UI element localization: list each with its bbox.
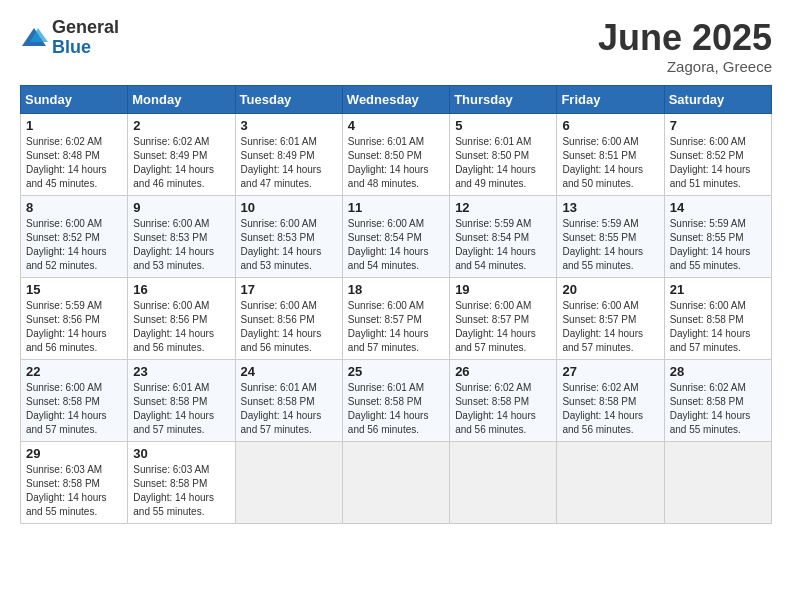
calendar-week-row: 22 Sunrise: 6:00 AMSunset: 8:58 PMDaylig… [21,359,772,441]
table-row: 4 Sunrise: 6:01 AMSunset: 8:50 PMDayligh… [342,113,449,195]
day-number: 20 [562,282,658,297]
day-info: Sunrise: 6:01 AMSunset: 8:49 PMDaylight:… [241,136,322,189]
day-number: 1 [26,118,122,133]
day-info: Sunrise: 6:00 AMSunset: 8:52 PMDaylight:… [670,136,751,189]
location: Zagora, Greece [598,58,772,75]
day-info: Sunrise: 6:01 AMSunset: 8:58 PMDaylight:… [133,382,214,435]
table-row: 20 Sunrise: 6:00 AMSunset: 8:57 PMDaylig… [557,277,664,359]
day-number: 17 [241,282,337,297]
day-info: Sunrise: 6:02 AMSunset: 8:49 PMDaylight:… [133,136,214,189]
logo-blue: Blue [52,38,119,58]
day-info: Sunrise: 5:59 AMSunset: 8:55 PMDaylight:… [670,218,751,271]
day-info: Sunrise: 6:00 AMSunset: 8:54 PMDaylight:… [348,218,429,271]
col-thursday: Thursday [450,85,557,113]
day-number: 15 [26,282,122,297]
table-row: 30 Sunrise: 6:03 AMSunset: 8:58 PMDaylig… [128,441,235,523]
day-number: 9 [133,200,229,215]
day-number: 14 [670,200,766,215]
day-number: 29 [26,446,122,461]
day-number: 26 [455,364,551,379]
day-info: Sunrise: 6:00 AMSunset: 8:56 PMDaylight:… [133,300,214,353]
calendar-week-row: 29 Sunrise: 6:03 AMSunset: 8:58 PMDaylig… [21,441,772,523]
table-row: 25 Sunrise: 6:01 AMSunset: 8:58 PMDaylig… [342,359,449,441]
empty-cell [664,441,771,523]
calendar-week-row: 8 Sunrise: 6:00 AMSunset: 8:52 PMDayligh… [21,195,772,277]
day-info: Sunrise: 5:59 AMSunset: 8:54 PMDaylight:… [455,218,536,271]
day-number: 30 [133,446,229,461]
table-row: 16 Sunrise: 6:00 AMSunset: 8:56 PMDaylig… [128,277,235,359]
day-info: Sunrise: 6:00 AMSunset: 8:57 PMDaylight:… [455,300,536,353]
table-row: 22 Sunrise: 6:00 AMSunset: 8:58 PMDaylig… [21,359,128,441]
day-number: 25 [348,364,444,379]
day-info: Sunrise: 5:59 AMSunset: 8:55 PMDaylight:… [562,218,643,271]
day-info: Sunrise: 6:00 AMSunset: 8:57 PMDaylight:… [348,300,429,353]
table-row: 1 Sunrise: 6:02 AMSunset: 8:48 PMDayligh… [21,113,128,195]
table-row: 2 Sunrise: 6:02 AMSunset: 8:49 PMDayligh… [128,113,235,195]
day-info: Sunrise: 6:02 AMSunset: 8:58 PMDaylight:… [455,382,536,435]
day-number: 24 [241,364,337,379]
month-title: June 2025 [598,18,772,58]
table-row: 18 Sunrise: 6:00 AMSunset: 8:57 PMDaylig… [342,277,449,359]
day-info: Sunrise: 6:00 AMSunset: 8:58 PMDaylight:… [26,382,107,435]
logo-icon [20,24,48,52]
day-info: Sunrise: 6:03 AMSunset: 8:58 PMDaylight:… [133,464,214,517]
day-info: Sunrise: 6:00 AMSunset: 8:56 PMDaylight:… [241,300,322,353]
table-row: 17 Sunrise: 6:00 AMSunset: 8:56 PMDaylig… [235,277,342,359]
col-saturday: Saturday [664,85,771,113]
day-number: 28 [670,364,766,379]
day-info: Sunrise: 6:03 AMSunset: 8:58 PMDaylight:… [26,464,107,517]
day-number: 3 [241,118,337,133]
day-number: 7 [670,118,766,133]
logo: General Blue [20,18,119,58]
title-block: June 2025 Zagora, Greece [598,18,772,75]
empty-cell [235,441,342,523]
day-info: Sunrise: 6:00 AMSunset: 8:51 PMDaylight:… [562,136,643,189]
day-number: 12 [455,200,551,215]
table-row: 13 Sunrise: 5:59 AMSunset: 8:55 PMDaylig… [557,195,664,277]
day-number: 5 [455,118,551,133]
col-sunday: Sunday [21,85,128,113]
col-tuesday: Tuesday [235,85,342,113]
col-wednesday: Wednesday [342,85,449,113]
day-number: 8 [26,200,122,215]
day-info: Sunrise: 6:00 AMSunset: 8:53 PMDaylight:… [241,218,322,271]
day-info: Sunrise: 6:02 AMSunset: 8:58 PMDaylight:… [562,382,643,435]
day-info: Sunrise: 6:00 AMSunset: 8:58 PMDaylight:… [670,300,751,353]
day-info: Sunrise: 6:02 AMSunset: 8:48 PMDaylight:… [26,136,107,189]
empty-cell [342,441,449,523]
table-row: 9 Sunrise: 6:00 AMSunset: 8:53 PMDayligh… [128,195,235,277]
day-info: Sunrise: 6:01 AMSunset: 8:50 PMDaylight:… [348,136,429,189]
day-number: 22 [26,364,122,379]
table-row: 29 Sunrise: 6:03 AMSunset: 8:58 PMDaylig… [21,441,128,523]
table-row: 11 Sunrise: 6:00 AMSunset: 8:54 PMDaylig… [342,195,449,277]
day-number: 27 [562,364,658,379]
logo-general: General [52,18,119,38]
page-header: General Blue June 2025 Zagora, Greece [20,18,772,75]
day-number: 6 [562,118,658,133]
table-row: 27 Sunrise: 6:02 AMSunset: 8:58 PMDaylig… [557,359,664,441]
day-number: 13 [562,200,658,215]
day-info: Sunrise: 6:01 AMSunset: 8:50 PMDaylight:… [455,136,536,189]
table-row: 28 Sunrise: 6:02 AMSunset: 8:58 PMDaylig… [664,359,771,441]
day-info: Sunrise: 6:01 AMSunset: 8:58 PMDaylight:… [348,382,429,435]
table-row: 5 Sunrise: 6:01 AMSunset: 8:50 PMDayligh… [450,113,557,195]
empty-cell [450,441,557,523]
col-monday: Monday [128,85,235,113]
day-number: 11 [348,200,444,215]
table-row: 21 Sunrise: 6:00 AMSunset: 8:58 PMDaylig… [664,277,771,359]
day-number: 21 [670,282,766,297]
calendar-header-row: Sunday Monday Tuesday Wednesday Thursday… [21,85,772,113]
day-info: Sunrise: 6:01 AMSunset: 8:58 PMDaylight:… [241,382,322,435]
empty-cell [557,441,664,523]
table-row: 26 Sunrise: 6:02 AMSunset: 8:58 PMDaylig… [450,359,557,441]
day-number: 16 [133,282,229,297]
calendar-week-row: 15 Sunrise: 5:59 AMSunset: 8:56 PMDaylig… [21,277,772,359]
table-row: 12 Sunrise: 5:59 AMSunset: 8:54 PMDaylig… [450,195,557,277]
day-number: 4 [348,118,444,133]
day-info: Sunrise: 6:00 AMSunset: 8:53 PMDaylight:… [133,218,214,271]
table-row: 23 Sunrise: 6:01 AMSunset: 8:58 PMDaylig… [128,359,235,441]
calendar-week-row: 1 Sunrise: 6:02 AMSunset: 8:48 PMDayligh… [21,113,772,195]
day-info: Sunrise: 5:59 AMSunset: 8:56 PMDaylight:… [26,300,107,353]
day-number: 18 [348,282,444,297]
col-friday: Friday [557,85,664,113]
